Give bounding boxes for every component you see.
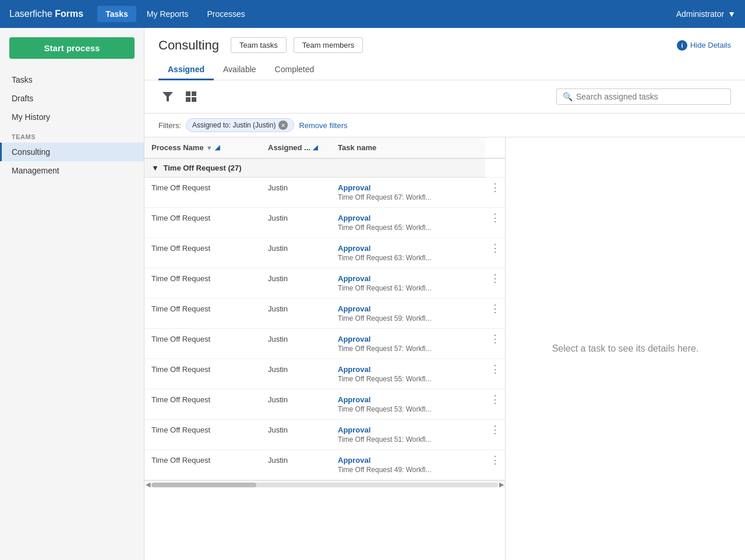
sidebar-item-my-history[interactable]: My History	[0, 108, 144, 126]
nav-item-tasks[interactable]: Tasks	[97, 6, 136, 22]
svg-rect-3	[186, 97, 190, 102]
filter-icon-assigned[interactable]: ◢	[313, 144, 317, 151]
task-link[interactable]: Approval	[338, 365, 478, 374]
task-link[interactable]: Approval	[338, 304, 478, 313]
cell-task-name: ApprovalTime Off Request 63: Workfl...	[331, 238, 485, 268]
detail-placeholder-text: Select a task to see its details here.	[552, 343, 699, 354]
cell-assigned: Justin	[261, 389, 331, 420]
cell-process-name: Time Off Request	[144, 268, 261, 299]
svg-rect-2	[192, 91, 196, 96]
search-box[interactable]: 🔍	[556, 88, 731, 105]
task-link[interactable]: Approval	[338, 456, 478, 465]
col-assigned[interactable]: Assigned ... ◢	[261, 137, 331, 158]
table-row[interactable]: Time Off RequestJustinApprovalTime Off R…	[144, 208, 505, 238]
more-options-button[interactable]: ⋮	[488, 303, 503, 314]
cell-assigned: Justin	[261, 208, 331, 238]
search-input[interactable]	[576, 92, 725, 101]
table-row[interactable]: Time Off RequestJustinApprovalTime Off R…	[144, 238, 505, 268]
sidebar-item-management[interactable]: Management	[0, 161, 144, 180]
remove-filter-chip-icon[interactable]: ✕	[278, 120, 288, 130]
table-area: Process Name ▼ ◢ Assigned ... ◢	[144, 137, 745, 560]
table-row[interactable]: Time Off RequestJustinApprovalTime Off R…	[144, 178, 505, 208]
task-subtitle: Time Off Request 65: Workfl...	[338, 224, 478, 232]
task-subtitle: Time Off Request 53: Workfl...	[338, 405, 478, 413]
cell-assigned: Justin	[261, 238, 331, 268]
cell-assigned: Justin	[261, 268, 331, 299]
group-collapse-icon[interactable]: ▼	[151, 164, 159, 172]
cell-process-name: Time Off Request	[144, 178, 261, 208]
more-options-button[interactable]: ⋮	[488, 243, 503, 253]
task-link[interactable]: Approval	[338, 214, 478, 222]
cell-task-name: ApprovalTime Off Request 61: Workfl...	[331, 268, 485, 299]
cell-task-name: ApprovalTime Off Request 49: Workfl...	[331, 450, 485, 480]
cell-task-name: ApprovalTime Off Request 53: Workfl...	[331, 389, 485, 420]
filter-icon[interactable]: ◢	[215, 144, 220, 151]
remove-filters-link[interactable]: Remove filters	[299, 121, 347, 130]
team-members-button[interactable]: Team members	[294, 37, 363, 53]
task-subtitle: Time Off Request 55: Workfl...	[338, 375, 478, 383]
task-link[interactable]: Approval	[338, 183, 478, 192]
more-options-button[interactable]: ⋮	[488, 424, 503, 435]
table-row[interactable]: Time Off RequestJustinApprovalTime Off R…	[144, 299, 505, 329]
sidebar-item-tasks[interactable]: Tasks	[0, 70, 144, 89]
col-task-name: Task name	[331, 137, 485, 158]
h-scroll-right-arrow[interactable]: ▶	[499, 481, 504, 488]
cell-assigned: Justin	[261, 329, 331, 359]
start-process-button[interactable]: Start process	[9, 37, 135, 59]
more-options-button[interactable]: ⋮	[488, 455, 503, 465]
cell-assigned: Justin	[261, 420, 331, 450]
table-row[interactable]: Time Off RequestJustinApprovalTime Off R…	[144, 420, 505, 450]
cell-process-name: Time Off Request	[144, 299, 261, 329]
hide-details-button[interactable]: i Hide Details	[677, 40, 731, 51]
more-options-button[interactable]: ⋮	[488, 182, 503, 193]
more-options-button[interactable]: ⋮	[488, 334, 503, 344]
table-header-row: Process Name ▼ ◢ Assigned ... ◢	[144, 137, 505, 158]
filters-label: Filters:	[158, 121, 181, 130]
task-link[interactable]: Approval	[338, 426, 478, 434]
grid-icon-button[interactable]	[182, 87, 200, 106]
filters-bar: Filters: Assigned to: Justin (Justin) ✕ …	[144, 114, 745, 137]
h-scroll-left-arrow[interactable]: ◀	[146, 481, 150, 488]
search-icon: 🔍	[563, 92, 573, 101]
detail-panel: Select a task to see its details here.	[506, 137, 745, 560]
table-row[interactable]: Time Off RequestJustinApprovalTime Off R…	[144, 359, 505, 389]
task-link[interactable]: Approval	[338, 244, 478, 253]
cell-assigned: Justin	[261, 299, 331, 329]
nav-item-reports[interactable]: My Reports	[139, 6, 197, 22]
cell-task-name: ApprovalTime Off Request 57: Workfl...	[331, 329, 485, 359]
svg-rect-4	[192, 97, 196, 102]
nav-items: Tasks My Reports Processes	[97, 6, 676, 22]
task-link[interactable]: Approval	[338, 335, 478, 343]
task-link[interactable]: Approval	[338, 395, 478, 404]
tab-available[interactable]: Available	[214, 60, 266, 80]
table-row[interactable]: Time Off RequestJustinApprovalTime Off R…	[144, 329, 505, 359]
tab-assigned[interactable]: Assigned	[158, 60, 214, 80]
more-options-button[interactable]: ⋮	[488, 212, 503, 223]
layout: Start process Tasks Drafts My History TE…	[0, 28, 745, 560]
tabs: Assigned Available Completed	[158, 60, 731, 80]
filter-icon-button[interactable]	[158, 87, 177, 106]
task-table-container[interactable]: Process Name ▼ ◢ Assigned ... ◢	[144, 137, 506, 560]
cell-task-name: ApprovalTime Off Request 51: Workfl...	[331, 420, 485, 450]
sidebar-item-drafts[interactable]: Drafts	[0, 89, 144, 108]
nav-item-processes[interactable]: Processes	[199, 6, 253, 22]
table-row[interactable]: Time Off RequestJustinApprovalTime Off R…	[144, 450, 505, 480]
cell-assigned: Justin	[261, 450, 331, 480]
filter-chip-assigned[interactable]: Assigned to: Justin (Justin) ✕	[186, 118, 294, 132]
tab-completed[interactable]: Completed	[266, 60, 324, 80]
task-link[interactable]: Approval	[338, 274, 478, 283]
col-process-name[interactable]: Process Name ▼ ◢	[144, 137, 261, 158]
more-options-button[interactable]: ⋮	[488, 394, 503, 405]
table-row[interactable]: Time Off RequestJustinApprovalTime Off R…	[144, 389, 505, 420]
sidebar-item-consulting[interactable]: Consulting	[0, 143, 144, 161]
task-subtitle: Time Off Request 51: Workfl...	[338, 435, 478, 444]
cell-process-name: Time Off Request	[144, 208, 261, 238]
user-menu[interactable]: Administrator ▼	[676, 9, 736, 19]
chevron-down-icon: ▼	[728, 9, 736, 19]
table-row[interactable]: Time Off RequestJustinApprovalTime Off R…	[144, 268, 505, 299]
content-header: Consulting Team tasks Team members i Hid…	[144, 28, 745, 80]
team-tasks-button[interactable]: Team tasks	[231, 37, 287, 53]
cell-assigned: Justin	[261, 178, 331, 208]
more-options-button[interactable]: ⋮	[488, 364, 503, 374]
more-options-button[interactable]: ⋮	[488, 273, 503, 283]
